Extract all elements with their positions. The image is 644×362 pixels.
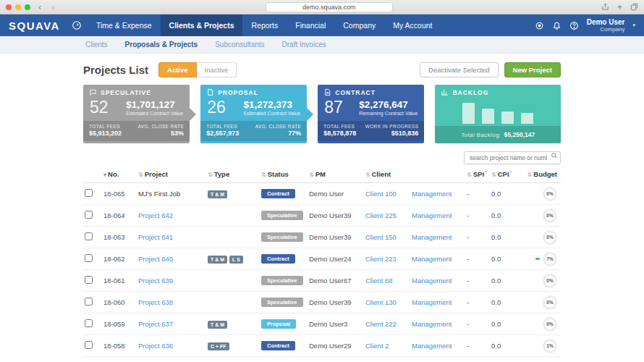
client-link[interactable]: Client 2 [365,342,389,350]
row-checkbox[interactable] [85,211,93,219]
row-checkbox[interactable] [85,254,93,262]
project-number: 18-060 [102,292,137,313]
header-management [410,166,465,183]
project-name: MJ's First Job [138,190,180,198]
close-rate-label: AVG. CLOSE RATE [255,124,302,130]
row-checkbox[interactable] [85,232,93,240]
nav-item-time-expense[interactable]: Time & Expense [88,14,161,36]
subnav-item-subconsultants[interactable]: Subconsultants [215,41,264,49]
card-title: CONTRACT [335,89,376,96]
proposal-count: 26 [207,98,226,117]
sort-icon: ⇅ [138,172,143,178]
share-icon[interactable] [601,3,609,11]
header-no[interactable]: ▾No. [102,166,137,183]
sort-icon: ⇅ [491,172,496,178]
client-link[interactable]: Client 150 [365,233,397,241]
header-budget[interactable]: ⇅Budget [520,166,561,183]
client-link[interactable]: Client 100 [365,190,397,198]
speculative-card[interactable]: SPECULATIVE 52 $1,701,127 Estimated Cont… [83,85,190,143]
timer-icon[interactable] [535,21,544,30]
header-project[interactable]: ⇅Project [137,166,206,183]
subnav-item-clients[interactable]: Clients [85,41,108,49]
pm-name: Demo User [308,183,364,205]
search-input[interactable] [464,151,561,164]
header-type[interactable]: ⇅Type [206,166,260,183]
project-link[interactable]: Project 642 [138,211,173,219]
management-link[interactable]: Management [412,320,452,328]
spi-value: - [465,248,490,270]
subnav-item-proposals-projects[interactable]: Proposals & Projects [125,41,198,49]
header-client[interactable]: ⇅Client [364,166,410,183]
subnav-item-draft-invoices[interactable]: Draft Invoices [282,41,326,49]
row-checkbox[interactable] [85,319,93,327]
speculative-count: 52 [90,98,109,117]
management-link[interactable]: Management [412,277,452,285]
header-status[interactable]: ⇅Status [260,166,308,183]
project-link[interactable]: Project 636 [138,342,173,350]
client-link[interactable]: Client 68 [365,277,393,285]
squava-logo[interactable]: SQUAVA [9,20,60,32]
type-badge: L S [229,256,243,264]
management-link[interactable]: Management [412,255,452,263]
total-fees-value: $5,913,202 [89,130,122,138]
project-link[interactable]: Project 638 [138,298,173,306]
project-link[interactable]: Project 639 [138,277,173,285]
nav-item-company[interactable]: Company [334,14,384,36]
contract-card[interactable]: CONTRACT 87 $2,276,647 Remaining Contrac… [318,85,424,143]
address-bar[interactable]: demo.squava.com [266,2,393,12]
management-link[interactable]: Management [412,298,452,306]
row-checkbox[interactable] [85,276,93,284]
client-link[interactable]: Client 222 [365,320,397,328]
project-link[interactable]: Project 640 [138,255,173,263]
management-link[interactable]: Management [412,342,452,350]
pm-name: Demo User29 [308,335,364,357]
nav-item-my-account[interactable]: My Account [384,14,441,36]
row-checkbox[interactable] [85,189,93,197]
client-link[interactable]: Client 225 [365,211,397,219]
deactivate-selected-button[interactable]: Deactivate Selected [420,62,499,77]
new-tab-button[interactable]: + [617,3,622,12]
management-link[interactable]: Management [412,190,452,198]
row-checkbox[interactable] [85,298,93,306]
nav-item-financial[interactable]: Financial [287,14,334,36]
tab-overview-icon[interactable] [630,3,638,11]
management-link[interactable]: Management [412,233,452,241]
project-link[interactable]: Project 637 [138,320,173,328]
bell-icon[interactable] [552,21,562,30]
header-pm[interactable]: ⇅PM [308,166,364,183]
client-link[interactable]: Client 130 [365,298,397,306]
chevron-down-icon[interactable]: ▾ [632,22,635,28]
minimize-window-button[interactable] [15,4,21,10]
spi-value: - [465,270,490,292]
browser-forward-button[interactable]: › [49,2,56,12]
close-window-button[interactable] [6,4,12,10]
header-spi[interactable]: ⇅SPI? [465,166,490,183]
contract-caption: Remaining Contract Value [359,111,418,116]
budget-ring: 0% [543,317,557,332]
table-row: 18-063 Project 641 Speculative Demo User… [83,227,561,248]
header-cpi[interactable]: ⇅CPI? [490,166,520,183]
sort-icon: ⇅ [208,172,213,178]
user-menu[interactable]: Demo User Company [587,18,625,33]
project-number: 18-061 [102,270,137,292]
filter-inactive-button[interactable]: Inactive [197,62,237,77]
management-link[interactable]: Management [412,211,452,219]
project-link[interactable]: Project 641 [138,233,173,241]
zoom-window-button[interactable] [25,4,30,10]
backlog-card[interactable]: BACKLOG Total Backlog: $5,250,147 [435,85,561,143]
nav-item-clients-projects[interactable]: Clients & Projects [161,14,243,36]
row-checkbox[interactable] [85,341,93,349]
dashboard-gauge-icon[interactable] [72,20,82,30]
client-link[interactable]: Client 223 [365,255,397,263]
browser-back-button[interactable]: ‹ [36,2,43,12]
type-badge: T & M [208,256,227,264]
nav-item-reports[interactable]: Reports [242,14,287,36]
help-icon[interactable] [569,21,579,30]
proposal-card[interactable]: PROPOSAL 26 $1,272,373 Estimated Contrac… [200,85,307,143]
project-number: 18-059 [102,313,137,335]
search-icon[interactable] [551,152,558,159]
new-project-button[interactable]: New Project [504,62,561,77]
filter-active-button[interactable]: Active [158,62,197,77]
budget-ring: 0% [543,274,557,288]
sort-icon: ⇅ [365,172,370,178]
